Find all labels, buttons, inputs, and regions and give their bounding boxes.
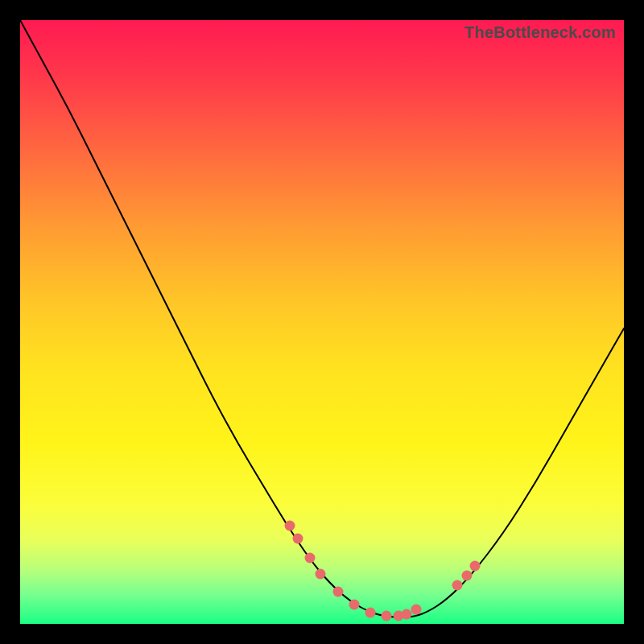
- highlight-marker: [452, 580, 463, 591]
- highlight-marker: [402, 609, 412, 620]
- highlight-marker: [470, 561, 481, 572]
- watermark-label: TheBottleneck.com: [464, 23, 616, 42]
- highlight-marker: [365, 608, 376, 618]
- chart-frame: TheBottleneck.com: [0, 0, 644, 644]
- highlight-marker: [293, 534, 303, 544]
- highlight-marker: [285, 521, 295, 531]
- highlight-marker: [382, 611, 392, 621]
- curve-layer: [20, 20, 624, 624]
- marker-group: [285, 521, 481, 621]
- highlight-marker: [305, 553, 316, 564]
- highlight-marker: [316, 569, 326, 580]
- plot-area: TheBottleneck.com: [20, 20, 624, 624]
- highlight-marker: [349, 600, 360, 610]
- highlight-marker: [411, 605, 422, 615]
- highlight-marker: [333, 587, 344, 597]
- bottleneck-curve: [20, 20, 624, 617]
- highlight-marker: [462, 571, 473, 581]
